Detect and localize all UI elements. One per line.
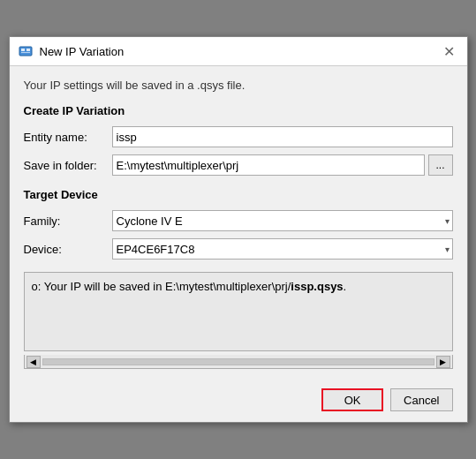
family-select-wrapper: Cyclone IV E Cyclone V Arria II GX ▾ xyxy=(112,210,453,231)
svg-rect-2 xyxy=(26,49,30,51)
entity-name-label: Entity name: xyxy=(24,131,112,144)
horizontal-scrollbar: ◀ ▶ xyxy=(24,355,453,369)
device-select-wrapper: EP4CE6F17C8 EP4CE10F17C8 EP4CE15F17C8 ▾ xyxy=(112,238,453,260)
target-section-title: Target Device xyxy=(24,188,453,201)
output-prefix: o: Your IP will be saved in E:\mytest\mu… xyxy=(32,280,347,293)
dialog-window: New IP Variation ✕ Your IP settings will… xyxy=(9,36,468,423)
folder-label: Save in folder: xyxy=(24,159,112,172)
cancel-button[interactable]: Cancel xyxy=(390,388,452,411)
dialog-footer: OK Cancel xyxy=(10,381,467,422)
create-section-title: Create IP Variation xyxy=(24,104,453,117)
scroll-right-button[interactable]: ▶ xyxy=(436,356,450,368)
family-label: Family: xyxy=(24,214,112,228)
svg-rect-1 xyxy=(21,49,25,51)
dialog-content: Your IP settings will be saved in a .qsy… xyxy=(10,66,467,381)
device-row: Device: EP4CE6F17C8 EP4CE10F17C8 EP4CE15… xyxy=(24,238,453,260)
window-icon xyxy=(19,44,33,58)
output-filename: issp.qsys xyxy=(291,280,343,293)
family-select[interactable]: Cyclone IV E Cyclone V Arria II GX xyxy=(112,210,453,231)
device-label: Device: xyxy=(24,243,112,256)
info-text: Your IP settings will be saved in a .qsy… xyxy=(24,79,453,92)
browse-button[interactable]: ... xyxy=(428,154,453,176)
entity-name-input[interactable] xyxy=(112,126,453,147)
device-select[interactable]: EP4CE6F17C8 EP4CE10F17C8 EP4CE15F17C8 xyxy=(112,238,453,260)
folder-row: Save in folder: ... xyxy=(24,154,453,176)
svg-rect-3 xyxy=(21,52,30,53)
target-section: Target Device xyxy=(24,188,453,201)
output-text: o: Your IP will be saved in E:\mytest\mu… xyxy=(32,278,445,296)
folder-input[interactable] xyxy=(112,154,425,176)
ok-button[interactable]: OK xyxy=(321,388,383,411)
window-title: New IP Variation xyxy=(40,45,434,58)
title-bar: New IP Variation ✕ xyxy=(10,37,467,66)
scroll-left-button[interactable]: ◀ xyxy=(26,356,41,368)
close-button[interactable]: ✕ xyxy=(441,42,458,60)
entity-name-row: Entity name: xyxy=(24,126,453,147)
family-row: Family: Cyclone IV E Cyclone V Arria II … xyxy=(24,210,453,231)
scroll-track[interactable] xyxy=(42,358,434,365)
output-area: o: Your IP will be saved in E:\mytest\mu… xyxy=(24,272,453,351)
